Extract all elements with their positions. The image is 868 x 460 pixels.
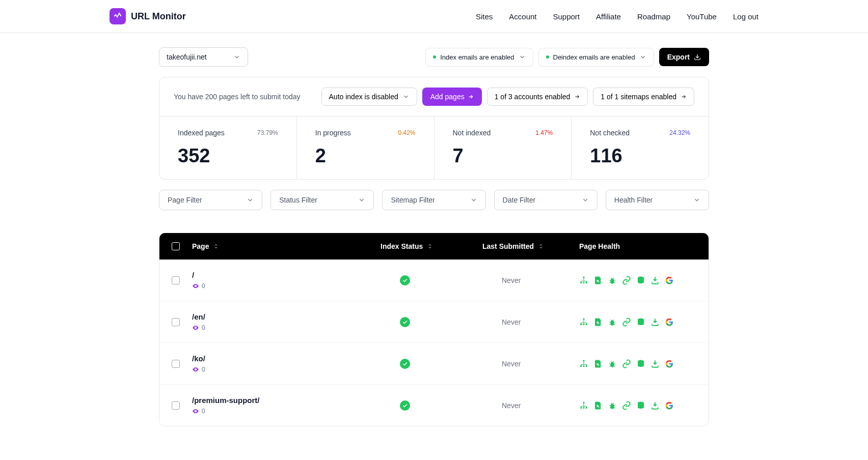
database-icon[interactable] <box>636 359 645 368</box>
database-icon[interactable] <box>636 401 645 410</box>
chevron-down-icon <box>358 196 365 204</box>
logo-icon <box>110 8 126 24</box>
stat-pct: 0.42% <box>398 129 415 136</box>
chevron-down-icon <box>639 53 646 61</box>
file-search-icon[interactable] <box>593 276 603 285</box>
column-label: Page <box>192 242 209 250</box>
chevron-down-icon <box>470 196 477 204</box>
index-emails-label: Index emails are enabled <box>440 53 514 61</box>
bug-icon[interactable] <box>608 318 617 327</box>
deindex-emails-toggle[interactable]: Deindex emails are enabled <box>538 48 654 67</box>
bug-icon[interactable] <box>608 276 617 285</box>
link-icon[interactable] <box>622 359 631 368</box>
row-checkbox[interactable] <box>172 318 180 326</box>
nav-sites[interactable]: Sites <box>476 12 493 21</box>
stat-value: 352 <box>178 145 278 167</box>
column-page-header[interactable]: Page <box>192 242 381 250</box>
page-views: 0 <box>192 324 205 331</box>
bug-icon[interactable] <box>608 359 617 368</box>
page-path[interactable]: /premium-support/ <box>192 396 260 405</box>
nav-support[interactable]: Support <box>553 12 580 21</box>
svg-rect-3 <box>586 282 587 283</box>
row-checkbox[interactable] <box>172 276 180 284</box>
status-indexed-icon <box>400 359 410 369</box>
sitemap-icon[interactable] <box>579 401 588 410</box>
page-filter[interactable]: Page Filter <box>159 190 262 210</box>
database-icon[interactable] <box>636 318 645 327</box>
nav-account[interactable]: Account <box>509 12 536 21</box>
svg-rect-14 <box>583 360 585 361</box>
select-all-checkbox[interactable] <box>172 242 180 250</box>
svg-rect-2 <box>583 282 585 283</box>
sitemap-icon[interactable] <box>579 359 588 368</box>
column-submitted-header[interactable]: Last Submitted <box>482 242 579 250</box>
column-status-header[interactable]: Index Status <box>381 242 482 250</box>
file-search-icon[interactable] <box>593 401 603 410</box>
last-submitted-value: Never <box>502 401 521 410</box>
site-selector[interactable]: takeofujii.net <box>159 47 248 67</box>
svg-rect-24 <box>586 407 587 409</box>
google-icon[interactable] <box>665 401 674 410</box>
stat-pct: 1.47% <box>535 129 553 136</box>
file-search-icon[interactable] <box>593 359 603 368</box>
eye-icon <box>192 366 199 373</box>
export-label: Export <box>667 53 690 61</box>
deindex-emails-label: Deindex emails are enabled <box>553 53 635 61</box>
google-icon[interactable] <box>665 359 674 368</box>
add-pages-label: Add pages <box>430 93 465 101</box>
health-icons <box>579 318 696 327</box>
auto-index-button[interactable]: Auto index is disabled <box>321 88 417 106</box>
filter-label: Sitemap Filter <box>391 196 435 204</box>
link-icon[interactable] <box>622 401 631 410</box>
nav-youtube[interactable]: YouTube <box>687 12 717 21</box>
add-pages-button[interactable]: Add pages <box>422 88 482 106</box>
import-icon[interactable] <box>650 359 660 368</box>
database-icon[interactable] <box>636 276 645 285</box>
stat-label: In progress <box>315 129 351 137</box>
page-path[interactable]: /ko/ <box>192 354 205 363</box>
date-filter[interactable]: Date Filter <box>494 190 598 210</box>
row-checkbox[interactable] <box>172 360 180 368</box>
stat-not-indexed: Not indexed 1.47% 7 <box>435 117 572 179</box>
status-indexed-icon <box>400 275 410 285</box>
sitemaps-button[interactable]: 1 of 1 sitemaps enabled <box>593 88 694 106</box>
stat-progress: In progress 0.42% 2 <box>297 117 435 179</box>
last-submitted-value: Never <box>502 276 521 284</box>
import-icon[interactable] <box>650 318 660 327</box>
status-filter[interactable]: Status Filter <box>270 190 374 210</box>
status-indexed-icon <box>400 400 410 411</box>
sitemap-icon[interactable] <box>579 318 588 327</box>
export-button[interactable]: Export <box>659 48 709 66</box>
sitemap-icon[interactable] <box>579 276 588 285</box>
import-icon[interactable] <box>650 276 660 285</box>
svg-rect-9 <box>583 324 585 325</box>
page-path[interactable]: /en/ <box>192 312 205 321</box>
svg-rect-15 <box>580 365 582 367</box>
stat-label: Not checked <box>590 129 630 137</box>
logo[interactable]: URL Monitor <box>110 8 186 24</box>
nav-affiliate[interactable]: Affiliate <box>596 12 621 21</box>
page-views: 0 <box>192 408 260 415</box>
row-checkbox[interactable] <box>172 401 180 410</box>
health-filter[interactable]: Health Filter <box>606 190 709 210</box>
bug-icon[interactable] <box>608 401 617 410</box>
nav-logout[interactable]: Log out <box>733 12 758 21</box>
page-path[interactable]: / <box>192 271 205 279</box>
filter-label: Status Filter <box>279 196 317 204</box>
link-icon[interactable] <box>622 318 631 327</box>
pages-remaining-text: You have 200 pages left to submit today <box>174 93 301 101</box>
accounts-button[interactable]: 1 of 3 accounts enabled <box>487 88 588 106</box>
page-views: 0 <box>192 282 205 290</box>
sort-icon <box>427 243 433 249</box>
google-icon[interactable] <box>665 276 674 285</box>
nav-roadmap[interactable]: Roadmap <box>637 12 670 21</box>
index-emails-toggle[interactable]: Index emails are enabled <box>425 48 533 67</box>
file-search-icon[interactable] <box>593 318 603 327</box>
google-icon[interactable] <box>665 318 674 327</box>
link-icon[interactable] <box>622 276 631 285</box>
svg-point-25 <box>596 405 599 407</box>
import-icon[interactable] <box>650 401 660 410</box>
page-views: 0 <box>192 366 205 373</box>
sitemap-filter[interactable]: Sitemap Filter <box>382 190 485 210</box>
svg-rect-0 <box>583 276 585 278</box>
